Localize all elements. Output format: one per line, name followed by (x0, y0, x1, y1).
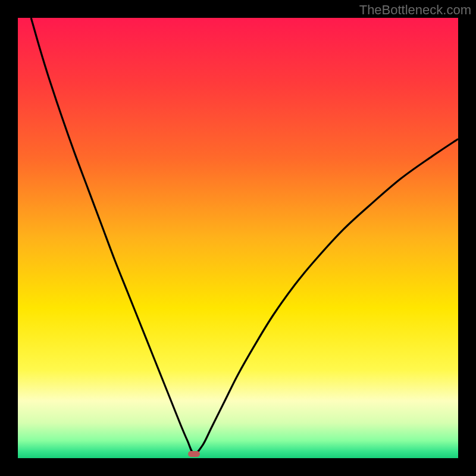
watermark-text: TheBottleneck.com (359, 2, 471, 18)
optimal-point-marker (188, 451, 200, 457)
chart-frame: TheBottleneck.com (0, 0, 476, 476)
plot-area (18, 18, 458, 458)
bottleneck-curve (18, 18, 458, 458)
